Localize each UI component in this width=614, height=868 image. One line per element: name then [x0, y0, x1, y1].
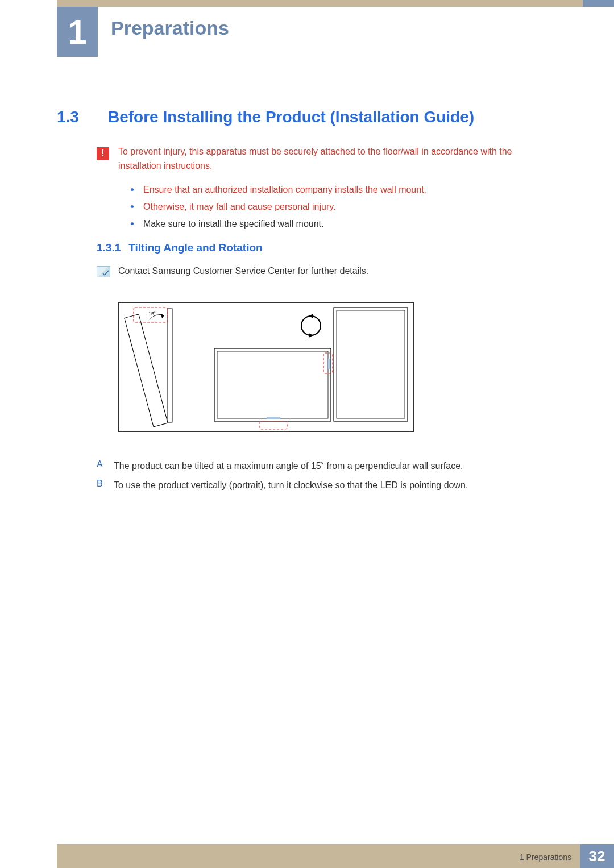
lettered-list: A The product can be tilted at a maximum… [97, 459, 557, 498]
svg-rect-14 [328, 359, 330, 369]
section-title: Before Installing the Product (Installat… [108, 108, 474, 126]
svg-point-8 [301, 316, 321, 335]
note-block: Contact Samsung Customer Service Center … [97, 266, 557, 276]
tilt-rotation-diagram: 15˚ [118, 302, 414, 432]
footer-page-number: 32 [580, 844, 614, 868]
subsection-title: Tilting Angle and Rotation [128, 242, 262, 254]
warning-bullet: Otherwise, it may fall and cause persona… [131, 198, 557, 215]
manual-page: 1 Preparations 1.3 Before Installing the… [0, 0, 614, 868]
svg-rect-7 [217, 351, 328, 418]
svg-marker-10 [309, 333, 313, 338]
svg-marker-3 [161, 314, 164, 318]
list-label-B: B [97, 479, 106, 492]
tilt-angle-label: 15˚ [148, 311, 156, 317]
svg-marker-9 [309, 314, 313, 318]
chapter-title: Preparations [111, 17, 229, 39]
header-accent-bar [57, 0, 614, 7]
warning-bullet: Make sure to install the specified wall … [131, 215, 557, 232]
warning-bullet: Ensure that an authorized installation c… [131, 181, 557, 198]
footer-bar: 1 Preparations 32 [57, 844, 614, 868]
warning-icon: ! [97, 147, 109, 160]
warning-block: ! To prevent injury, this apparatus must… [97, 145, 557, 233]
list-text-B: To use the product vertically (portrait)… [114, 479, 468, 492]
svg-rect-13 [267, 417, 280, 419]
list-item: A The product can be tilted at a maximum… [97, 459, 557, 473]
chapter-number: 1 [68, 13, 86, 52]
warning-intro: To prevent injury, this apparatus must b… [118, 145, 557, 173]
subsection-number: 1.3.1 [97, 242, 121, 254]
list-text-A: The product can be tilted at a maximum a… [114, 459, 463, 473]
list-item: B To use the product vertically (portrai… [97, 479, 557, 492]
note-text: Contact Samsung Customer Service Center … [118, 266, 557, 276]
svg-rect-12 [260, 421, 287, 429]
subsection-heading: 1.3.1 Tilting Angle and Rotation [97, 242, 263, 254]
svg-rect-5 [337, 310, 405, 418]
svg-rect-0 [168, 309, 172, 422]
footer-caption: 1 Preparations [520, 853, 571, 862]
list-label-A: A [97, 459, 106, 473]
chapter-number-badge: 1 [57, 7, 98, 57]
note-icon [97, 266, 110, 277]
footer-accent [57, 844, 580, 868]
section-heading: 1.3 Before Installing the Product (Insta… [57, 108, 580, 126]
warning-bullet-list: Ensure that an authorized installation c… [131, 181, 557, 233]
section-number: 1.3 [57, 108, 91, 126]
svg-rect-1 [125, 314, 168, 427]
diagram-svg: 15˚ [119, 303, 414, 433]
